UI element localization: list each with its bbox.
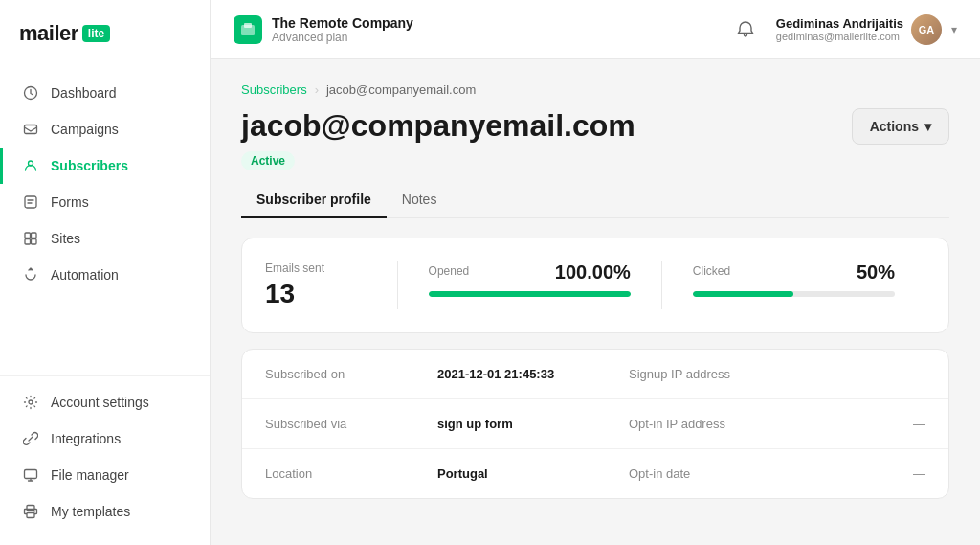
svg-rect-9 — [25, 470, 37, 479]
topbar-right: Gediminas Andrijaitis gediminas@mailerli… — [730, 14, 957, 45]
sidebar-item-dashboard[interactable]: Dashboard — [0, 75, 210, 111]
sidebar-item-label: Integrations — [51, 431, 121, 446]
clicked-row: Clicked 50% — [693, 261, 895, 284]
campaigns-icon — [22, 121, 39, 138]
monitor-icon — [22, 466, 39, 484]
optin-date-label: Opt-in date — [629, 466, 801, 481]
avatar: GA — [911, 14, 942, 45]
chevron-down-icon: ▾ — [951, 23, 957, 36]
sidebar-item-account-settings[interactable]: Account settings — [0, 384, 210, 420]
opened-label: Opened — [429, 264, 470, 278]
clicked-pct: 50% — [857, 261, 895, 284]
company-details: The Remote Company Advanced plan — [272, 15, 413, 44]
tab-profile[interactable]: Subscriber profile — [241, 182, 387, 218]
user-menu[interactable]: Gediminas Andrijaitis gediminas@mailerli… — [776, 14, 957, 45]
sidebar-item-label: Campaigns — [51, 122, 119, 137]
content-area: Subscribers › jacob@companyemail.com jac… — [211, 59, 980, 545]
opened-progress-fill — [429, 291, 631, 297]
sidebar-item-automation[interactable]: Automation — [0, 257, 210, 293]
sidebar-item-label: Forms — [51, 194, 89, 210]
opened-row: Opened 100.00% — [429, 261, 631, 284]
company-icon — [234, 15, 262, 44]
sidebar-item-integrations[interactable]: Integrations — [0, 420, 210, 457]
actions-label: Actions — [870, 119, 919, 134]
sites-icon — [22, 230, 39, 247]
subscribed-on-label: Subscribed on — [265, 367, 437, 381]
tabs: Subscriber profile Notes — [241, 182, 949, 218]
optin-ip-label: Opt-in IP address — [629, 417, 801, 431]
subscribed-on-row: Subscribed on 2021-12-01 21:45:33 Signup… — [242, 350, 948, 399]
opened-progress-bg — [429, 291, 631, 297]
signup-ip-value: — — [801, 367, 925, 381]
opened-pct: 100.00% — [555, 261, 631, 284]
sidebar-item-subscribers[interactable]: Subscribers — [0, 148, 210, 184]
actions-button[interactable]: Actions ▾ — [852, 108, 949, 145]
sidebar-item-label: File manager — [51, 467, 129, 483]
forms-icon — [22, 193, 39, 211]
company-plan: Advanced plan — [272, 31, 413, 44]
printer-icon — [22, 503, 39, 520]
emails-sent-label: Emails sent — [265, 261, 367, 275]
notification-button[interactable] — [730, 14, 761, 45]
sidebar-item-label: My templates — [51, 504, 130, 519]
svg-rect-7 — [32, 239, 37, 245]
main-area: The Remote Company Advanced plan Gedimin… — [211, 0, 980, 545]
sidebar-item-label: Account settings — [51, 395, 149, 410]
emails-sent-section: Emails sent 13 — [265, 261, 397, 309]
link-icon — [22, 430, 39, 447]
clicked-section: Clicked 50% — [661, 261, 925, 309]
subscribed-via-row: Subscribed via sign up form Opt-in IP ad… — [242, 399, 948, 449]
svg-rect-11 — [27, 513, 34, 518]
opened-section: Opened 100.00% — [397, 261, 661, 309]
svg-point-8 — [29, 400, 33, 404]
breadcrumb-separator: › — [315, 82, 319, 97]
subscribers-icon — [22, 157, 39, 174]
subscribed-on-value: 2021-12-01 21:45:33 — [437, 367, 629, 381]
optin-ip-value: — — [801, 417, 925, 431]
sidebar-item-label: Dashboard — [51, 85, 117, 101]
page-header: jacob@companyemail.com Active Actions ▾ — [241, 108, 949, 170]
page-title: jacob@companyemail.com — [241, 108, 635, 144]
sidebar-item-file-manager[interactable]: File manager — [0, 457, 210, 493]
user-text: Gediminas Andrijaitis gediminas@mailerli… — [776, 16, 903, 42]
location-row: Location Portugal Opt-in date — — [242, 449, 948, 498]
svg-rect-1 — [25, 125, 37, 134]
sidebar-item-label: Subscribers — [51, 158, 128, 173]
location-value: Portugal — [437, 466, 629, 481]
sidebar-item-forms[interactable]: Forms — [0, 184, 210, 220]
clicked-progress-fill — [693, 291, 794, 297]
company-info: The Remote Company Advanced plan — [234, 15, 413, 44]
svg-rect-4 — [25, 233, 31, 238]
location-label: Location — [265, 466, 437, 481]
topbar: The Remote Company Advanced plan Gedimin… — [211, 0, 980, 59]
logo-text: mailer — [19, 21, 78, 46]
status-badge: Active — [241, 151, 295, 170]
svg-point-12 — [33, 511, 35, 512]
emails-sent-value: 13 — [265, 279, 367, 309]
user-name: Gediminas Andrijaitis — [776, 16, 903, 31]
user-email: gediminas@mailerlite.com — [776, 31, 903, 42]
svg-rect-3 — [25, 196, 36, 208]
chevron-down-icon: ▾ — [924, 119, 931, 134]
company-name: The Remote Company — [272, 15, 413, 31]
breadcrumb-parent[interactable]: Subscribers — [241, 82, 307, 97]
page-title-area: jacob@companyemail.com Active — [241, 108, 635, 170]
breadcrumb-current: jacob@companyemail.com — [326, 82, 476, 97]
svg-rect-6 — [25, 239, 31, 245]
sidebar-item-my-templates[interactable]: My templates — [0, 493, 210, 530]
optin-date-value: — — [801, 466, 925, 481]
sidebar-item-campaigns[interactable]: Campaigns — [0, 111, 210, 148]
clicked-label: Clicked — [693, 264, 730, 278]
logo-area: mailer lite — [0, 0, 210, 67]
nav-items: Dashboard Campaigns Subscribers Forms Si… — [0, 67, 210, 375]
sidebar-item-sites[interactable]: Sites — [0, 220, 210, 257]
tab-notes[interactable]: Notes — [387, 182, 453, 218]
logo-badge: lite — [82, 25, 110, 42]
clicked-progress-bg — [693, 291, 895, 297]
breadcrumb: Subscribers › jacob@companyemail.com — [241, 82, 949, 97]
sidebar-item-label: Automation — [51, 267, 119, 283]
subscribed-via-value: sign up form — [437, 417, 629, 431]
sidebar-item-label: Sites — [51, 231, 80, 246]
stats-card: Emails sent 13 Opened 100.00% Clicked 50… — [241, 238, 949, 333]
svg-rect-14 — [244, 23, 252, 28]
